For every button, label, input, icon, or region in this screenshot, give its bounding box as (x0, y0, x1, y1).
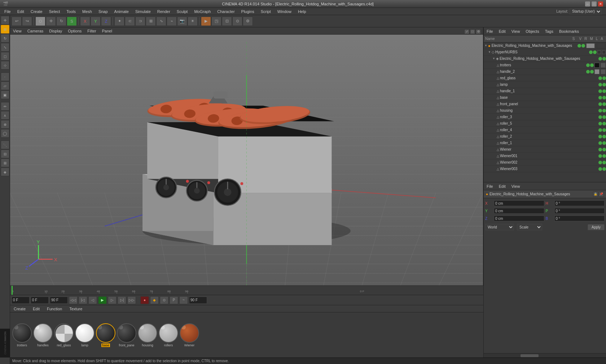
tb-parent[interactable]: ⊂ (125, 17, 135, 26)
tool-select[interactable]: ⊞ (1, 25, 9, 34)
material-rollers[interactable]: rollers (159, 323, 178, 347)
vp-menu-display[interactable]: Display (48, 28, 63, 34)
tb-deformer[interactable]: ⌁ (167, 17, 177, 26)
menu-plugins[interactable]: Plugins (238, 9, 257, 14)
tool-soft[interactable]: ⋱ (1, 141, 9, 149)
tb-redo[interactable]: ↪ (22, 17, 32, 26)
mat-menu-texture[interactable]: Texture (67, 306, 84, 311)
menu-script[interactable]: Script (258, 9, 274, 14)
tb-group[interactable]: ⊃ (135, 17, 145, 26)
tb-array[interactable]: ⊞ (146, 17, 156, 26)
vp-menu-filter[interactable]: Filter (86, 28, 97, 34)
menu-character[interactable]: Character (214, 9, 237, 14)
om-item-trotters[interactable]: △ trotters (484, 62, 606, 68)
go-end-btn[interactable]: ▷| (118, 296, 126, 304)
om-item-roller4[interactable]: △ roller_4 (484, 127, 606, 133)
om-item-front-panel[interactable]: △ front_panel (484, 101, 606, 107)
material-base[interactable]: base (96, 323, 115, 347)
vp-menu-panel[interactable]: Panel (101, 28, 114, 34)
tb-z[interactable]: Z (101, 17, 111, 26)
tool-points[interactable]: · (1, 72, 9, 81)
menu-window[interactable]: Window (275, 9, 294, 14)
mat-menu-create[interactable]: Create (12, 306, 28, 311)
om-item-roller1[interactable]: △ roller_1 (484, 140, 606, 146)
menu-snap[interactable]: Snap (96, 9, 111, 14)
attr-p-rot[interactable] (554, 208, 605, 214)
om-item-root[interactable]: ▼ ● Electric_Rolling_Hotdog_Machine_with… (484, 43, 606, 49)
play-fwd-btn[interactable]: ▷▷ (127, 296, 136, 304)
om-item-base[interactable]: △ base (484, 94, 606, 101)
tb-move[interactable]: ✛ (46, 17, 56, 26)
tool-snap-obj[interactable]: ◈ (1, 168, 9, 176)
mat-menu-edit[interactable]: Edit (31, 306, 42, 311)
attr-menu-edit[interactable]: Edit (497, 184, 507, 189)
attr-h-rot[interactable] (554, 200, 605, 206)
om-menu-file[interactable]: File (485, 29, 495, 34)
tb-undo[interactable]: ↩ (12, 17, 22, 26)
tool-edges[interactable]: ▱ (1, 81, 9, 90)
viewport-canvas[interactable]: Perspective (10, 35, 483, 285)
vp-maximize[interactable]: □ (470, 29, 475, 34)
om-item-roller5[interactable]: △ roller_5 (484, 120, 606, 127)
vp-fullscreen[interactable]: ⤢ (464, 29, 469, 34)
tb-x[interactable]: X (80, 17, 90, 26)
attr-lock-btn[interactable]: 🔒 (593, 192, 598, 197)
menu-create[interactable]: Create (28, 9, 45, 14)
tool-rotate[interactable]: ↻ (1, 34, 9, 43)
attr-b-rot[interactable] (554, 216, 605, 221)
material-trotters[interactable]: trotters (12, 323, 32, 347)
vp-settings[interactable]: ⚙ (476, 29, 481, 34)
record-btn[interactable]: ● (140, 296, 149, 304)
om-item-root2[interactable]: ▼ ◈ Electric_Rolling_Hotdog_Machine_with… (484, 56, 606, 62)
tb-render[interactable]: ▶ (201, 17, 211, 26)
tool-pen[interactable]: ✏ (1, 102, 9, 111)
om-item-roller2[interactable]: △ roller_2 (484, 133, 606, 140)
tool-grid[interactable]: ⊞ (1, 159, 9, 167)
tb-render-all[interactable]: ⊡ (222, 17, 232, 26)
attr-scale-mode[interactable]: Scale Size (517, 224, 542, 230)
material-wiener[interactable]: Wiener (180, 323, 199, 347)
material-red-glass[interactable]: red_glass (54, 323, 74, 347)
tb-new[interactable]: ✦ (114, 17, 124, 26)
menu-mesh[interactable]: Mesh (79, 9, 95, 14)
tool-magnet[interactable]: ⊕ (1, 120, 9, 129)
fcurve-btn[interactable]: ~ (179, 296, 188, 304)
om-item-hypernurbs[interactable]: ▼ ◇ HyperNURBS (484, 49, 606, 56)
right-scrollbar[interactable] (484, 353, 606, 358)
tool-live[interactable]: ⊹ (1, 61, 9, 70)
menu-file[interactable]: File (1, 9, 14, 14)
om-menu-view[interactable]: View (510, 29, 522, 34)
end-frame[interactable] (50, 297, 68, 304)
tool-knife[interactable]: ∧ (1, 111, 9, 120)
om-item-lamp[interactable]: △ lamp (484, 81, 606, 88)
tb-object[interactable]: O (35, 17, 45, 26)
end-frame-2[interactable] (189, 297, 207, 304)
step-fwd-btn[interactable]: ▷ (108, 296, 117, 304)
tb-rotate[interactable]: ↻ (56, 17, 66, 26)
attr-coord-mode[interactable]: World Local (485, 224, 514, 230)
attr-pin-btn[interactable]: 📌 (599, 192, 604, 197)
play-back-btn[interactable]: ◁◁ (69, 296, 78, 304)
material-handles[interactable]: handles (33, 323, 53, 347)
menu-edit[interactable]: Edit (14, 9, 27, 14)
menu-mograph[interactable]: MoGraph (191, 9, 214, 14)
close-button[interactable]: ✕ (598, 1, 603, 6)
attr-x-pos[interactable] (494, 200, 544, 206)
tool-mirror[interactable]: ⊟ (1, 150, 9, 158)
tool-move[interactable]: ✛ (1, 16, 9, 25)
om-item-housing[interactable]: △ housing (484, 107, 606, 114)
attr-menu-view[interactable]: View (510, 184, 522, 189)
om-menu-edit[interactable]: Edit (497, 29, 507, 34)
om-menu-bookmarks[interactable]: Bookmarks (558, 29, 580, 34)
play-btn[interactable]: ▶ (98, 296, 107, 304)
tb-light[interactable]: ☀ (188, 17, 198, 26)
om-item-handle2[interactable]: △ handle_2 (484, 68, 606, 75)
menu-sculpt[interactable]: Sculpt (174, 9, 191, 14)
material-housing[interactable]: housing (138, 323, 157, 347)
frame-input[interactable] (12, 297, 30, 304)
frame-display[interactable] (31, 297, 49, 304)
maximize-button[interactable]: □ (592, 1, 597, 6)
attr-y-pos[interactable] (494, 208, 544, 214)
om-item-roller3[interactable]: △ roller_3 (484, 114, 606, 120)
om-item-wiener002[interactable]: △ Wiener002 (484, 159, 606, 166)
